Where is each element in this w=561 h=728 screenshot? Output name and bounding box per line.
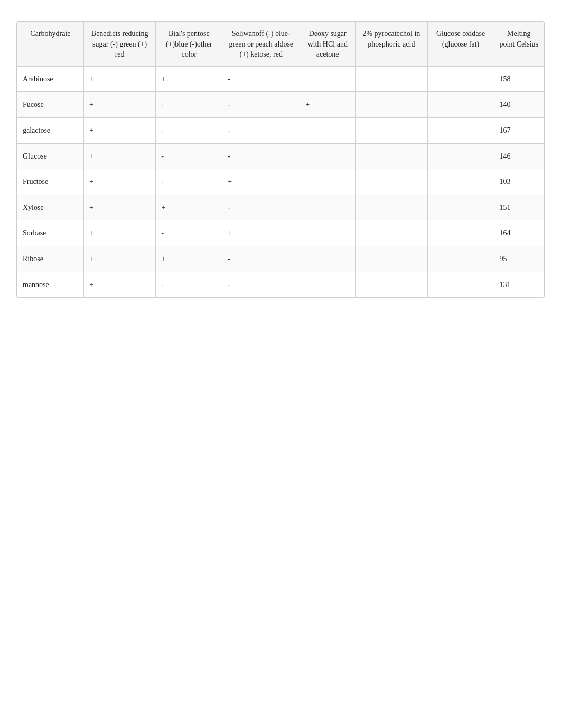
cell-deoxy bbox=[300, 195, 356, 220]
cell-benedicts: + bbox=[83, 143, 155, 169]
cell-melting: 158 bbox=[494, 66, 544, 92]
cell-bials: + bbox=[156, 195, 222, 220]
cell-benedicts: + bbox=[83, 169, 155, 195]
header-bials: Bial's pentose (+)blue (-)other color bbox=[156, 22, 222, 67]
header-seliwanoff: Seliwanoff (-) blue-green or peach aldos… bbox=[222, 22, 300, 67]
cell-melting: 95 bbox=[494, 246, 544, 272]
cell-carbohydrate: Glucose bbox=[17, 143, 84, 169]
cell-melting: 164 bbox=[494, 220, 544, 246]
cell-bials: - bbox=[156, 117, 222, 143]
header-benedicts: Benedicts reducing sugar (-) green (+) r… bbox=[83, 22, 155, 67]
cell-pyrocatechol bbox=[356, 117, 427, 143]
cell-carbohydrate: mannose bbox=[17, 272, 84, 298]
cell-seliwanoff: - bbox=[222, 272, 300, 298]
cell-glucose_ox bbox=[427, 117, 494, 143]
cell-deoxy: + bbox=[300, 92, 356, 118]
cell-bials: - bbox=[156, 169, 222, 195]
table-row: Ribose++-95 bbox=[17, 246, 544, 272]
cell-deoxy bbox=[300, 143, 356, 169]
cell-carbohydrate: Sorbase bbox=[17, 220, 84, 246]
cell-benedicts: + bbox=[83, 272, 155, 298]
cell-bials: - bbox=[156, 92, 222, 118]
cell-seliwanoff: - bbox=[222, 246, 300, 272]
header-pyrocatechol: 2% pyrocatechol in phosphoric acid bbox=[356, 22, 427, 67]
cell-bials: + bbox=[156, 246, 222, 272]
cell-bials: - bbox=[156, 220, 222, 246]
cell-glucose_ox bbox=[427, 92, 494, 118]
cell-melting: 167 bbox=[494, 117, 544, 143]
cell-deoxy bbox=[300, 246, 356, 272]
table-header-row: Carbohydrate Benedicts reducing sugar (-… bbox=[17, 22, 544, 67]
cell-glucose_ox bbox=[427, 272, 494, 298]
cell-deoxy bbox=[300, 117, 356, 143]
header-deoxy: Deoxy sugar with HCl and acetone bbox=[300, 22, 356, 67]
cell-pyrocatechol bbox=[356, 143, 427, 169]
table-row: galactose+--167 bbox=[17, 117, 544, 143]
table-row: Xylose++-151 bbox=[17, 195, 544, 220]
cell-seliwanoff: - bbox=[222, 66, 300, 92]
cell-glucose_ox bbox=[427, 66, 494, 92]
table-row: Arabinose++-158 bbox=[17, 66, 544, 92]
cell-glucose_ox bbox=[427, 195, 494, 220]
cell-seliwanoff: + bbox=[222, 220, 300, 246]
cell-pyrocatechol bbox=[356, 92, 427, 118]
cell-melting: 103 bbox=[494, 169, 544, 195]
cell-seliwanoff: - bbox=[222, 195, 300, 220]
cell-seliwanoff: - bbox=[222, 92, 300, 118]
cell-deoxy bbox=[300, 220, 356, 246]
cell-pyrocatechol bbox=[356, 195, 427, 220]
cell-deoxy bbox=[300, 66, 356, 92]
cell-glucose_ox bbox=[427, 246, 494, 272]
header-glucose-oxidase: Glucose oxidase (glucose fat) bbox=[427, 22, 494, 67]
cell-carbohydrate: Ribose bbox=[17, 246, 84, 272]
cell-seliwanoff: - bbox=[222, 143, 300, 169]
cell-pyrocatechol bbox=[356, 272, 427, 298]
cell-melting: 146 bbox=[494, 143, 544, 169]
table-row: mannose+--131 bbox=[17, 272, 544, 298]
cell-benedicts: + bbox=[83, 195, 155, 220]
cell-seliwanoff: - bbox=[222, 117, 300, 143]
carbohydrate-table: Carbohydrate Benedicts reducing sugar (-… bbox=[16, 21, 545, 298]
cell-pyrocatechol bbox=[356, 220, 427, 246]
cell-melting: 151 bbox=[494, 195, 544, 220]
cell-carbohydrate: Fructose bbox=[17, 169, 84, 195]
cell-bials: - bbox=[156, 272, 222, 298]
cell-pyrocatechol bbox=[356, 169, 427, 195]
cell-glucose_ox bbox=[427, 143, 494, 169]
cell-melting: 140 bbox=[494, 92, 544, 118]
cell-melting: 131 bbox=[494, 272, 544, 298]
cell-glucose_ox bbox=[427, 169, 494, 195]
cell-deoxy bbox=[300, 272, 356, 298]
table-row: Fucose+--+140 bbox=[17, 92, 544, 118]
cell-benedicts: + bbox=[83, 92, 155, 118]
cell-carbohydrate: galactose bbox=[17, 117, 84, 143]
cell-carbohydrate: Fucose bbox=[17, 92, 84, 118]
table-row: Sorbase+-+164 bbox=[17, 220, 544, 246]
cell-pyrocatechol bbox=[356, 66, 427, 92]
cell-pyrocatechol bbox=[356, 246, 427, 272]
cell-benedicts: + bbox=[83, 66, 155, 92]
table-row: Fructose+-+103 bbox=[17, 169, 544, 195]
cell-bials: + bbox=[156, 66, 222, 92]
cell-benedicts: + bbox=[83, 117, 155, 143]
cell-bials: - bbox=[156, 143, 222, 169]
table-row: Glucose+--146 bbox=[17, 143, 544, 169]
cell-glucose_ox bbox=[427, 220, 494, 246]
cell-deoxy bbox=[300, 169, 356, 195]
cell-benedicts: + bbox=[83, 246, 155, 272]
cell-carbohydrate: Arabinose bbox=[17, 66, 84, 92]
header-melting-point: Melting point Celsius bbox=[494, 22, 544, 67]
cell-seliwanoff: + bbox=[222, 169, 300, 195]
cell-carbohydrate: Xylose bbox=[17, 195, 84, 220]
header-carbohydrate: Carbohydrate bbox=[17, 22, 84, 67]
cell-benedicts: + bbox=[83, 220, 155, 246]
